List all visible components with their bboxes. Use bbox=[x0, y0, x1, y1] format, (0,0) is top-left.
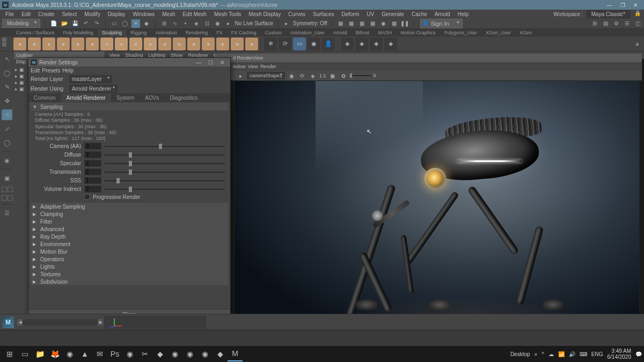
tray-chevron-icon[interactable]: ^ bbox=[541, 351, 544, 357]
grab-tool-icon[interactable]: ● bbox=[57, 38, 70, 50]
rs-menu-help[interactable]: Help bbox=[62, 68, 74, 73]
shelf-tab-curves[interactable]: Curves / Surfaces bbox=[12, 29, 59, 36]
rv-menu-window[interactable]: indow bbox=[233, 64, 246, 69]
scroll-right-icon[interactable]: ▶ bbox=[98, 319, 103, 326]
fill-tool-icon[interactable]: ● bbox=[187, 38, 200, 50]
move-tool-icon[interactable]: ✥ bbox=[2, 95, 12, 106]
menu-file[interactable]: File bbox=[2, 11, 17, 18]
menu-cache[interactable]: Cache bbox=[408, 11, 430, 18]
rv-refresh-icon[interactable]: ⟳ bbox=[298, 71, 306, 80]
shelf-tab-sculpting[interactable]: Sculpting bbox=[98, 29, 126, 36]
menu-mesh-display[interactable]: Mesh Display bbox=[245, 11, 284, 18]
menu-edit-mesh[interactable]: Edit Mesh bbox=[179, 11, 209, 18]
motion-blur-header[interactable]: ▶Motion Blur bbox=[31, 248, 228, 255]
hypershade-icon[interactable]: ▦ bbox=[368, 19, 377, 28]
snap-point-icon[interactable]: • bbox=[181, 19, 190, 28]
render-layer-dropdown[interactable]: masterLayer bbox=[69, 75, 112, 83]
render-view-icon[interactable]: ◉ bbox=[379, 19, 387, 28]
menu-windows[interactable]: Windows bbox=[129, 11, 158, 18]
symmetry-arrow[interactable]: ▸ bbox=[282, 19, 291, 28]
rv-menu-view[interactable]: View bbox=[248, 64, 258, 69]
snap-view-icon[interactable]: ⊡ bbox=[203, 19, 211, 28]
triangulate-icon[interactable]: ◈ bbox=[384, 38, 397, 50]
rs-menu-presets[interactable]: Presets bbox=[42, 68, 60, 73]
lasso-icon[interactable]: ◯ bbox=[121, 19, 129, 28]
menu-edit[interactable]: Edit bbox=[18, 11, 34, 18]
ray-depth-header[interactable]: ▶Ray Depth bbox=[31, 233, 228, 240]
time-scrollbar[interactable]: ◀ ▶ bbox=[17, 319, 103, 326]
rv-options-icon[interactable]: ✿ bbox=[339, 71, 348, 80]
shelf-tab-mash[interactable]: MASH bbox=[374, 29, 396, 36]
paint-select-icon[interactable]: ✦ bbox=[131, 19, 140, 28]
channel-box-icon[interactable]: ▤ bbox=[601, 19, 610, 28]
rv-camera-dropdown[interactable]: cameraShape1 bbox=[247, 72, 285, 79]
specular-slider[interactable] bbox=[105, 163, 225, 164]
lights-header[interactable]: ▶Lights bbox=[31, 263, 228, 270]
knife-tool-icon[interactable]: ● bbox=[202, 38, 215, 50]
menu-surfaces[interactable]: Surfaces bbox=[310, 11, 337, 18]
rv-region-icon[interactable]: ▣ bbox=[328, 71, 337, 80]
clamping-header[interactable]: ▶Clamping bbox=[31, 210, 228, 218]
live-surface-toggle[interactable]: ▸ bbox=[224, 19, 233, 28]
volume-indirect-input[interactable] bbox=[84, 186, 101, 193]
smooth-tool-icon[interactable]: ● bbox=[28, 38, 41, 50]
discord-icon[interactable]: ◉ bbox=[167, 346, 182, 361]
menu-arnold[interactable]: Arnold bbox=[431, 11, 453, 18]
rs-menu-edit[interactable]: Edit bbox=[31, 68, 40, 73]
relax-tool-icon[interactable]: ● bbox=[42, 38, 55, 50]
shelf-tab-rigging[interactable]: Rigging bbox=[126, 29, 151, 36]
attribute-editor-icon[interactable]: ☰ bbox=[623, 19, 631, 28]
snap-grid-icon[interactable]: ⊞ bbox=[160, 19, 169, 28]
axis-widget[interactable] bbox=[104, 316, 206, 329]
adaptive-sampling-header[interactable]: ▶Adaptive Sampling bbox=[31, 203, 228, 210]
shelf-tab-bifrost[interactable]: Bifrost bbox=[352, 29, 374, 36]
textures-header[interactable]: ▶Textures bbox=[31, 270, 228, 278]
specular-input[interactable] bbox=[84, 160, 101, 167]
shelf-tab-rendering[interactable]: Rendering bbox=[181, 29, 213, 36]
sss-slider[interactable] bbox=[105, 180, 225, 181]
symmetry-label[interactable]: Symmetry: Off bbox=[293, 20, 327, 26]
shelf-tab-polyuser[interactable]: Polygons_User bbox=[440, 29, 481, 36]
flatten-tool-icon[interactable]: ● bbox=[86, 38, 99, 50]
shelf-tab-xgen[interactable]: XGen bbox=[515, 29, 536, 36]
lasso-tool-icon[interactable]: ◯ bbox=[2, 68, 12, 78]
shelf-tab-fx[interactable]: FX bbox=[212, 29, 227, 36]
light-editor-icon[interactable]: ▦ bbox=[390, 19, 398, 28]
undo-icon[interactable]: ↶ bbox=[82, 19, 90, 28]
ipr-icon[interactable]: ▦ bbox=[347, 19, 355, 28]
menu-uv[interactable]: UV bbox=[363, 11, 377, 18]
redo-icon[interactable]: ↷ bbox=[92, 19, 101, 28]
scale-tool-icon[interactable]: ⤢ bbox=[2, 123, 12, 134]
rotate-tool-icon[interactable]: ⟲ bbox=[2, 109, 12, 120]
menu-display[interactable]: Display bbox=[105, 11, 129, 18]
rs-tab-common[interactable]: Common bbox=[28, 94, 61, 102]
rv-snapshot-icon[interactable]: ◈ bbox=[309, 71, 317, 80]
diffuse-slider[interactable] bbox=[105, 154, 225, 156]
rv-render-icon[interactable]: ▸ bbox=[236, 71, 245, 80]
foamy-tool-icon[interactable]: ● bbox=[100, 38, 113, 50]
chrome-icon[interactable]: ◉ bbox=[182, 346, 197, 361]
tool-settings-icon[interactable]: ⚙ bbox=[612, 19, 620, 28]
maya-taskbar-icon[interactable]: M bbox=[228, 346, 243, 361]
select-tool-icon[interactable]: ↖ bbox=[2, 54, 12, 64]
filter-header[interactable]: ▶Filter bbox=[31, 218, 228, 225]
edge-icon[interactable]: ◉ bbox=[122, 346, 137, 361]
rs-tab-aovs[interactable]: AOVs bbox=[140, 94, 164, 102]
panel-layout-icon[interactable]: ⊞ bbox=[590, 19, 599, 28]
render-icon[interactable]: ▦ bbox=[336, 19, 345, 28]
single-perspective-icon[interactable]: ▣ bbox=[2, 173, 12, 183]
transmission-slider[interactable] bbox=[105, 172, 225, 173]
sampling-header[interactable]: ▼ Sampling bbox=[31, 103, 228, 110]
menu-deform[interactable]: Deform bbox=[339, 11, 363, 18]
rs-tab-diagnostics[interactable]: Diagnostics bbox=[164, 94, 203, 102]
advanced-header[interactable]: ▶Advanced bbox=[31, 225, 228, 233]
snap-plane-icon[interactable]: ◈ bbox=[192, 19, 201, 28]
select-mode-icon[interactable]: ▭ bbox=[110, 19, 119, 28]
render-settings-titlebar[interactable]: M Render Settings — ☐ ✕ bbox=[28, 58, 230, 67]
thunderbird-icon[interactable]: ✉ bbox=[92, 346, 107, 361]
scrape-tool-icon[interactable]: ● bbox=[173, 38, 186, 50]
tray-lang[interactable]: ENG bbox=[591, 351, 603, 357]
freeze-tool-icon[interactable]: ❄ bbox=[264, 38, 277, 50]
menu-mesh[interactable]: Mesh bbox=[159, 11, 178, 18]
imprint-tool-icon[interactable]: ● bbox=[144, 38, 157, 50]
